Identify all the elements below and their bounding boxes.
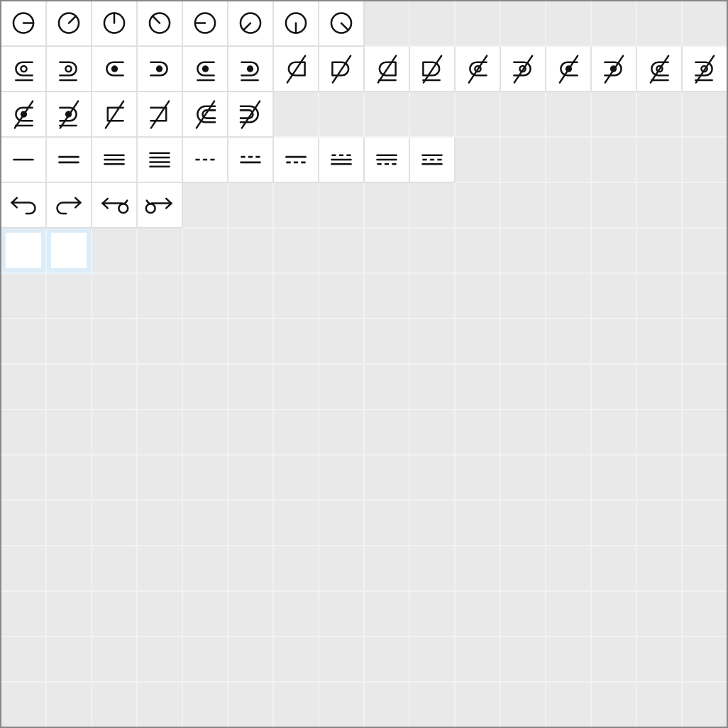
glyph-cell-subset-dot-bar-slash[interactable] xyxy=(1,92,47,138)
glyph-cell-subset-ring-slash[interactable] xyxy=(456,47,501,92)
glyph-cell-circle-radius-se[interactable] xyxy=(319,1,365,47)
empty-cell xyxy=(683,410,728,456)
empty-cell xyxy=(319,92,365,138)
glyph-cell-dashed-solid-solid[interactable] xyxy=(319,138,365,183)
empty-cell xyxy=(637,546,683,592)
glyph-cell-circle-radius-e[interactable] xyxy=(1,1,47,47)
empty-cell xyxy=(274,319,319,365)
empty-cell xyxy=(92,637,138,683)
empty-cell xyxy=(456,183,501,228)
empty-cell xyxy=(365,1,410,47)
empty-cell xyxy=(592,228,637,274)
glyph-cell-circle-radius-s[interactable] xyxy=(274,1,319,47)
empty-cell xyxy=(456,365,501,410)
glyph-cell-subset-ring-bar-slash[interactable] xyxy=(637,47,683,92)
empty-cell xyxy=(456,592,501,637)
glyph-cell-square-superset-slash[interactable] xyxy=(138,92,183,138)
glyph-cell-circle-radius-sw[interactable] xyxy=(228,1,274,47)
glyph-cell-superset-dot-slash[interactable] xyxy=(592,47,637,92)
empty-cell xyxy=(319,228,365,274)
glyph-cell-circle-radius-n[interactable] xyxy=(92,1,138,47)
empty-cell xyxy=(319,456,365,501)
empty-cell xyxy=(319,546,365,592)
empty-cell xyxy=(319,319,365,365)
empty-cell xyxy=(501,183,546,228)
empty-cell xyxy=(456,1,501,47)
empty-cell xyxy=(274,410,319,456)
glyph-cell-superset-dot-bar[interactable] xyxy=(228,47,274,92)
empty-cell xyxy=(274,456,319,501)
empty-cell xyxy=(592,365,637,410)
glyph-cell-arrow-left-hook[interactable] xyxy=(1,183,47,228)
empty-cell xyxy=(501,365,546,410)
glyph-cell-superset-ring-bar-slash[interactable] xyxy=(683,47,728,92)
empty-cell xyxy=(546,456,592,501)
empty-cell xyxy=(501,319,546,365)
glyph-cell-one-line[interactable] xyxy=(1,138,47,183)
glyph-cell-circle-radius-nw[interactable] xyxy=(138,1,183,47)
empty-cell xyxy=(637,456,683,501)
empty-cell xyxy=(365,592,410,637)
empty-cell xyxy=(592,319,637,365)
glyph-cell-three-lines[interactable] xyxy=(92,138,138,183)
glyph-cell-arrow-left-loop[interactable] xyxy=(92,183,138,228)
empty-cell xyxy=(410,92,456,138)
empty-cell xyxy=(546,319,592,365)
empty-cell xyxy=(365,637,410,683)
empty-cell xyxy=(683,274,728,319)
glyph-cell-superset-dot[interactable] xyxy=(138,47,183,92)
empty-cell xyxy=(637,183,683,228)
selected-empty-cell[interactable] xyxy=(1,228,47,274)
empty-cell xyxy=(183,274,228,319)
empty-cell xyxy=(410,410,456,456)
empty-cell xyxy=(228,456,274,501)
glyph-cell-subset-dot-slash[interactable] xyxy=(546,47,592,92)
glyph-cell-closed-superset-bar-slash[interactable] xyxy=(410,47,456,92)
glyph-cell-solid-solid-dashed[interactable] xyxy=(365,138,410,183)
three-lines-icon xyxy=(92,138,136,182)
empty-cell xyxy=(228,683,274,728)
empty-cell xyxy=(501,410,546,456)
glyph-cell-superset-ring-slash[interactable] xyxy=(501,47,546,92)
glyph-cell-dashed-over-solid[interactable] xyxy=(228,138,274,183)
empty-cell xyxy=(183,365,228,410)
empty-cell xyxy=(637,228,683,274)
empty-cell xyxy=(138,365,183,410)
glyph-cell-one-dashed-line[interactable] xyxy=(183,138,228,183)
glyph-cell-subset-ring-bar[interactable] xyxy=(1,47,47,92)
glyph-cell-subset-dot-bar[interactable] xyxy=(183,47,228,92)
empty-cell xyxy=(410,274,456,319)
empty-cell xyxy=(138,319,183,365)
empty-cell xyxy=(274,228,319,274)
empty-cell xyxy=(319,274,365,319)
empty-cell xyxy=(92,546,138,592)
subset-ring-slash-icon xyxy=(456,47,500,91)
glyph-cell-solid-dashed-solid[interactable] xyxy=(410,138,456,183)
empty-cell xyxy=(637,592,683,637)
empty-cell xyxy=(47,456,92,501)
glyph-cell-square-subset-slash[interactable] xyxy=(92,92,138,138)
glyph-cell-two-lines[interactable] xyxy=(47,138,92,183)
closed-subset-bar-slash-icon xyxy=(365,47,409,91)
empty-cell xyxy=(47,410,92,456)
glyph-cell-solid-over-dashed[interactable] xyxy=(274,138,319,183)
glyph-cell-closed-subset-slash[interactable] xyxy=(274,47,319,92)
glyph-cell-closed-subset-bar-slash[interactable] xyxy=(365,47,410,92)
empty-cell xyxy=(319,683,365,728)
empty-cell xyxy=(546,183,592,228)
glyph-cell-double-subset-slash[interactable] xyxy=(183,92,228,138)
empty-cell xyxy=(456,138,501,183)
glyph-cell-subset-dot[interactable] xyxy=(92,47,138,92)
glyph-cell-arrow-right-loop[interactable] xyxy=(138,183,183,228)
glyph-cell-double-superset-slash[interactable] xyxy=(228,92,274,138)
glyph-cell-circle-radius-ne[interactable] xyxy=(47,1,92,47)
glyph-cell-arrow-right-hook[interactable] xyxy=(47,183,92,228)
glyph-cell-circle-radius-w[interactable] xyxy=(183,1,228,47)
selected-empty-cell[interactable] xyxy=(47,228,92,274)
empty-cell xyxy=(138,546,183,592)
glyph-cell-superset-ring-bar[interactable] xyxy=(47,47,92,92)
glyph-cell-closed-superset-slash[interactable] xyxy=(319,47,365,92)
glyph-cell-four-lines[interactable] xyxy=(138,138,183,183)
glyph-cell-superset-dot-bar-slash[interactable] xyxy=(47,92,92,138)
empty-cell xyxy=(228,592,274,637)
